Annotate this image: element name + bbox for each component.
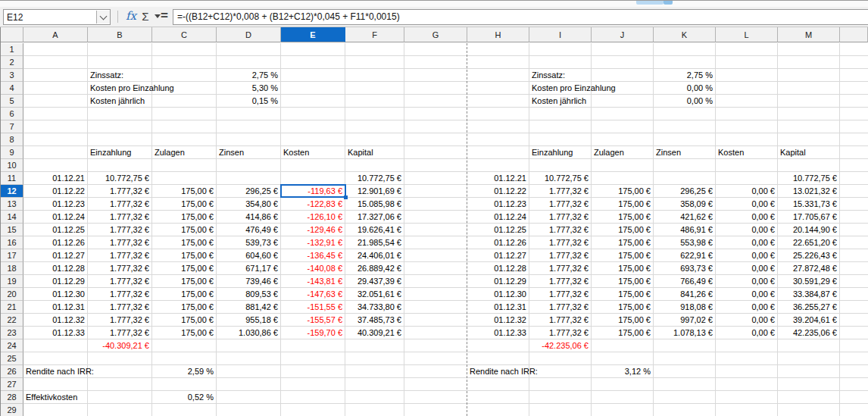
cell-D17[interactable]: 604,60 €: [217, 249, 278, 262]
cell-F12[interactable]: 12.901,69 €: [346, 185, 401, 198]
cell-A20[interactable]: 01.12.30: [24, 288, 85, 301]
row-header-17[interactable]: 17: [1, 249, 23, 262]
cell-H20[interactable]: 01.12.30: [468, 288, 526, 301]
cell-I11[interactable]: 10.772,75 €: [530, 172, 589, 185]
cell-B15[interactable]: 1.777,32 €: [89, 224, 149, 236]
cell-F20[interactable]: 32.051,61 €: [346, 288, 401, 301]
cell-B19[interactable]: 1.777,32 €: [89, 275, 149, 288]
cell-B5[interactable]: Kosten jährlich: [90, 95, 145, 108]
name-box-dropdown[interactable]: [96, 11, 110, 23]
cell-M17[interactable]: 25.226,43 €: [779, 249, 837, 262]
cell-D21[interactable]: 881,42 €: [217, 301, 278, 314]
cell-D15[interactable]: 476,49 €: [217, 224, 278, 236]
cell-C15[interactable]: 175,00 €: [153, 224, 214, 236]
cell-L15[interactable]: 0,00 €: [717, 224, 775, 236]
cell-J17[interactable]: 175,00 €: [592, 249, 651, 262]
col-header-partial[interactable]: [840, 27, 868, 42]
name-box-value[interactable]: E12: [4, 12, 96, 23]
cell-K17[interactable]: 622,91 €: [654, 249, 713, 262]
row-header-28[interactable]: 28: [1, 391, 23, 404]
cell-F17[interactable]: 24.406,01 €: [346, 249, 401, 262]
cell-H11[interactable]: 01.12.21: [468, 172, 526, 185]
cell-L12[interactable]: 0,00 €: [717, 185, 775, 198]
cell-I16[interactable]: 1.777,32 €: [530, 236, 589, 249]
cell-J15[interactable]: 175,00 €: [592, 224, 651, 236]
sum-icon[interactable]: Σ: [138, 8, 153, 24]
name-box[interactable]: E12: [3, 9, 111, 25]
cell-B22[interactable]: 1.777,32 €: [89, 314, 149, 327]
cell-H23[interactable]: 01.12.33: [468, 327, 526, 339]
col-header-M[interactable]: M: [778, 27, 840, 42]
cell-C13[interactable]: 175,00 €: [153, 198, 214, 211]
cell-A28[interactable]: Effektivkosten: [26, 391, 77, 404]
cell-F19[interactable]: 29.437,39 €: [346, 275, 401, 288]
cell-F14[interactable]: 17.327,06 €: [346, 211, 401, 224]
cell-L20[interactable]: 0,00 €: [717, 288, 775, 301]
cell-K21[interactable]: 918,08 €: [654, 301, 713, 314]
cell-J22[interactable]: 175,00 €: [592, 314, 651, 327]
cell-A26[interactable]: Rendite nach IRR:: [26, 365, 94, 378]
cell-E21[interactable]: -151,55 €: [282, 301, 342, 314]
cell-D14[interactable]: 414,86 €: [217, 211, 278, 224]
cell-A22[interactable]: 01.12.32: [24, 314, 85, 327]
cell-B13[interactable]: 1.777,32 €: [89, 198, 149, 211]
cell-K12[interactable]: 296,25 €: [654, 185, 713, 198]
row-header-4[interactable]: 4: [1, 82, 23, 95]
cell-M22[interactable]: 39.204,61 €: [779, 314, 837, 327]
cell-D4[interactable]: 5,30 %: [217, 82, 278, 95]
selection-fill-handle[interactable]: [344, 195, 348, 199]
cell-I15[interactable]: 1.777,32 €: [530, 224, 589, 236]
cell-D3[interactable]: 2,75 %: [217, 69, 278, 82]
row-header-27[interactable]: 27: [1, 378, 23, 391]
cell-E22[interactable]: -155,57 €: [282, 314, 342, 327]
cell-E23[interactable]: -159,70 €: [282, 327, 342, 339]
cell-M9[interactable]: Kapital: [780, 146, 806, 159]
cell-J14[interactable]: 175,00 €: [592, 211, 651, 224]
cell-L9[interactable]: Kosten: [718, 146, 744, 159]
cell-I23[interactable]: 1.777,32 €: [530, 327, 589, 339]
cell-K16[interactable]: 553,98 €: [654, 236, 713, 249]
cell-C16[interactable]: 175,00 €: [153, 236, 214, 249]
row-header-1[interactable]: 1: [1, 43, 23, 56]
cell-C21[interactable]: 175,00 €: [153, 301, 214, 314]
cell-L18[interactable]: 0,00 €: [717, 262, 775, 275]
col-header-D[interactable]: D: [217, 27, 281, 42]
cell-E16[interactable]: -132,91 €: [282, 236, 342, 249]
col-header-G[interactable]: G: [404, 27, 467, 42]
row-header-12[interactable]: 12: [1, 185, 23, 198]
row-header-22[interactable]: 22: [1, 314, 23, 327]
row-header-8[interactable]: 8: [1, 133, 23, 146]
row-header-15[interactable]: 15: [1, 224, 23, 236]
cell-I3[interactable]: Zinssatz:: [532, 69, 565, 82]
cell-I17[interactable]: 1.777,32 €: [530, 249, 589, 262]
cell-D9[interactable]: Zinsen: [219, 146, 244, 159]
cell-L22[interactable]: 0,00 €: [717, 314, 775, 327]
cell-E17[interactable]: -136,45 €: [282, 249, 342, 262]
cell-F22[interactable]: 37.485,73 €: [346, 314, 401, 327]
cell-H15[interactable]: 01.12.25: [468, 224, 526, 236]
cell-M21[interactable]: 36.255,27 €: [779, 301, 837, 314]
cell-I19[interactable]: 1.777,32 €: [530, 275, 589, 288]
cell-I24[interactable]: -42.235,06 €: [530, 339, 589, 352]
cell-H13[interactable]: 01.12.23: [468, 198, 526, 211]
row-header-25[interactable]: 25: [1, 352, 23, 365]
cell-L14[interactable]: 0,00 €: [717, 211, 775, 224]
cell-L16[interactable]: 0,00 €: [717, 236, 775, 249]
row-header-7[interactable]: 7: [1, 120, 23, 133]
function-wizard-icon[interactable]: fx: [123, 8, 139, 24]
col-header-E[interactable]: E: [281, 27, 345, 42]
row-header-6[interactable]: 6: [1, 108, 23, 120]
row-header-14[interactable]: 14: [1, 211, 23, 224]
cell-H26[interactable]: Rendite nach IRR:: [470, 365, 538, 378]
cell-H19[interactable]: 01.12.29: [468, 275, 526, 288]
cell-F11[interactable]: 10.772,75 €: [346, 172, 401, 185]
cell-D22[interactable]: 955,18 €: [217, 314, 278, 327]
cell-E14[interactable]: -126,10 €: [282, 211, 342, 224]
cell-L23[interactable]: 0,00 €: [717, 327, 775, 339]
selected-cell-outline[interactable]: [280, 184, 346, 198]
row-header-18[interactable]: 18: [1, 262, 23, 275]
cell-M16[interactable]: 22.651,20 €: [779, 236, 837, 249]
row-header-26[interactable]: 26: [1, 365, 23, 378]
cell-A14[interactable]: 01.12.24: [24, 211, 85, 224]
cell-K9[interactable]: Zinsen: [656, 146, 681, 159]
